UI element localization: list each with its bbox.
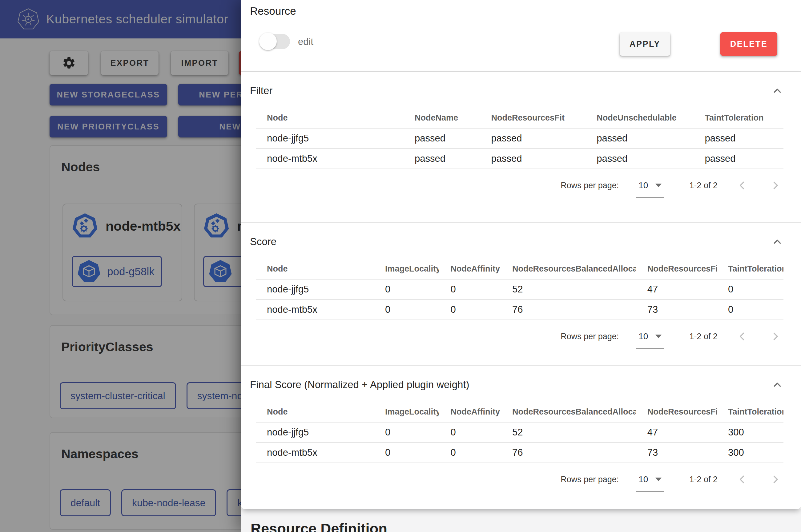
caret-down-icon [655, 478, 661, 481]
next-page-button[interactable] [767, 177, 784, 194]
column-header: Node [256, 108, 404, 128]
delete-button[interactable]: DELETE [720, 32, 777, 56]
plugin-section: Score NodeImageLocalityNodeAffinityNodeR… [241, 222, 801, 365]
table-cell: 0 [374, 422, 440, 442]
chevron-up-icon [771, 85, 783, 97]
table-cell: 47 [636, 279, 717, 300]
table-cell: node-mtb5x [256, 442, 374, 463]
collapse-section-button[interactable] [770, 235, 784, 248]
table-cell: 0 [717, 279, 783, 300]
table-cell: 0 [374, 300, 440, 320]
previous-page-button[interactable] [733, 471, 751, 488]
chevron-right-icon [769, 179, 782, 192]
chevron-left-icon [736, 473, 749, 486]
chevron-up-icon [771, 236, 783, 248]
table-cell: passed [694, 128, 783, 149]
results-table: NodeNodeNameNodeResourcesFitNodeUnschedu… [256, 108, 783, 169]
table-row: node-mtb5xpassedpassedpassedpassed [256, 149, 783, 169]
table-cell: passed [404, 149, 480, 169]
table-row: node-mtb5x007673300 [256, 442, 783, 463]
section-title: Filter [250, 85, 272, 97]
drawer-lower-area: Resource Definition [241, 509, 801, 532]
table-cell: node-mtb5x [256, 149, 404, 169]
table-cell: node-jjfg5 [256, 422, 374, 442]
apply-button[interactable]: APPLY [620, 32, 670, 56]
previous-page-button[interactable] [733, 177, 751, 194]
table-cell: passed [480, 128, 585, 149]
table-row: node-jjfg50052470 [256, 279, 783, 300]
column-header: NodeUnschedulable [585, 108, 694, 128]
column-header: NodeName [404, 108, 480, 128]
table-cell: 300 [717, 442, 783, 463]
column-header: ImageLocality [374, 259, 440, 279]
table-cell: 0 [717, 300, 783, 320]
next-page-button[interactable] [767, 328, 784, 345]
table-header-row: NodeImageLocalityNodeAffinityNodeResourc… [256, 402, 783, 422]
table-cell: 300 [717, 422, 783, 442]
column-header: TaintToleration [717, 259, 783, 279]
rows-per-page-value: 10 [638, 475, 648, 484]
column-header: TaintToleration [717, 402, 783, 422]
chevron-left-icon [736, 330, 749, 343]
edit-toggle-label: edit [298, 36, 313, 48]
table-cell: node-jjfg5 [256, 128, 404, 149]
previous-page-button[interactable] [733, 328, 751, 345]
table-cell: passed [585, 128, 694, 149]
next-page-button[interactable] [767, 471, 784, 488]
table-cell: 73 [636, 300, 717, 320]
table-row: node-jjfg5005247300 [256, 422, 783, 442]
rows-per-page-label: Rows per page: [561, 332, 619, 341]
screen: Kubernetes scheduler simulator EXPORT IM… [0, 0, 801, 532]
table-pagination: Rows per page: 10 1-2 of 2 [250, 175, 784, 195]
section-title: Final Score (Normalized + Applied plugin… [250, 379, 470, 391]
table-cell: 76 [501, 442, 636, 463]
table-cell: 52 [501, 279, 636, 300]
table-cell: passed [694, 149, 783, 169]
drawer-header: Resource edit APPLY DELETE [241, 0, 801, 72]
rows-per-page-select[interactable]: 10 [636, 331, 664, 341]
chevron-right-icon [769, 473, 782, 486]
results-table: NodeImageLocalityNodeAffinityNodeResourc… [256, 259, 783, 320]
collapse-section-button[interactable] [770, 378, 784, 392]
section-title: Score [250, 236, 276, 248]
resource-drawer: Resource edit APPLY DELETE Filter NodeNo… [241, 0, 801, 532]
table-cell: 73 [636, 442, 717, 463]
resource-definition-title: Resource Definition [251, 520, 801, 532]
column-header: NodeResourcesFit [636, 259, 717, 279]
plugin-section: Final Score (Normalized + Applied plugin… [241, 365, 801, 509]
table-cell: passed [480, 149, 585, 169]
chevron-left-icon [736, 179, 749, 192]
scheduler-results-card: Filter NodeNodeNameNodeResourcesFitNodeU… [241, 72, 801, 509]
table-cell: passed [585, 149, 694, 169]
drawer-title: Resource [250, 5, 296, 17]
column-header: NodeResourcesFit [636, 402, 717, 422]
rows-per-page-select[interactable]: 10 [636, 475, 664, 484]
page-range-label: 1-2 of 2 [689, 181, 717, 190]
chevron-right-icon [769, 330, 782, 343]
rows-per-page-label: Rows per page: [561, 181, 619, 190]
table-cell: 52 [501, 422, 636, 442]
table-cell: 47 [636, 422, 717, 442]
table-cell: passed [404, 128, 480, 149]
table-row: node-mtb5x0076730 [256, 300, 783, 320]
column-header: ImageLocality [374, 402, 440, 422]
column-header: NodeResourcesFit [480, 108, 585, 128]
toggle-thumb [259, 33, 277, 50]
table-cell: 0 [374, 442, 440, 463]
table-cell: 0 [439, 300, 501, 320]
rows-per-page-value: 10 [638, 180, 648, 190]
column-header: Node [256, 402, 374, 422]
table-header-row: NodeImageLocalityNodeAffinityNodeResourc… [256, 259, 783, 279]
edit-toggle[interactable] [260, 34, 290, 49]
table-cell: 76 [501, 300, 636, 320]
chevron-up-icon [771, 379, 783, 391]
caret-down-icon [655, 335, 661, 338]
column-header: NodeResourcesBalancedAllocation [501, 259, 636, 279]
rows-per-page-select[interactable]: 10 [636, 180, 664, 190]
page-range-label: 1-2 of 2 [689, 332, 717, 341]
rows-per-page-value: 10 [638, 331, 648, 341]
collapse-section-button[interactable] [770, 84, 784, 97]
column-header: Node [256, 259, 374, 279]
table-cell: 0 [439, 279, 501, 300]
table-cell: node-jjfg5 [256, 279, 374, 300]
